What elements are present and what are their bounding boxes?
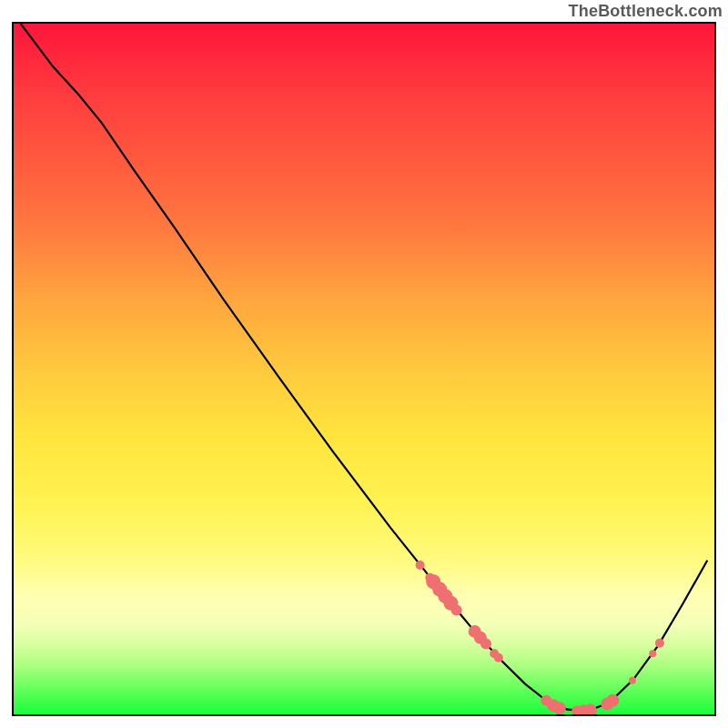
plot-area — [12, 22, 716, 716]
curve-marker — [649, 650, 656, 657]
curve-marker — [494, 653, 503, 662]
curve-marker — [655, 639, 664, 648]
curve-marker — [606, 694, 619, 707]
curve-marker — [629, 677, 636, 684]
attribution-text: TheBottleneck.com — [569, 2, 723, 21]
curve-layer — [14, 24, 714, 714]
curve-markers — [416, 561, 664, 714]
curve-marker — [451, 604, 462, 615]
curve-marker — [416, 561, 425, 570]
curve-marker — [480, 639, 491, 650]
curve-marker — [553, 702, 566, 714]
bottleneck-curve — [21, 24, 708, 711]
chart-frame: TheBottleneck.com — [0, 0, 728, 728]
